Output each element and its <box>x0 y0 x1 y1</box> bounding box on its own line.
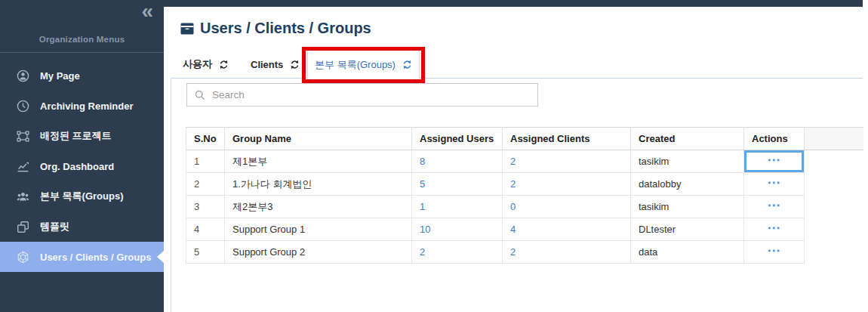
sidebar: « Organization Menus My Page 배정된 프로젝트 Ar… <box>0 0 164 312</box>
assigned-clients-cell: 2 <box>503 241 631 264</box>
sidebar-item-label: Users / Clients / Groups <box>40 252 151 263</box>
page-title: Users / Clients / Groups <box>200 20 371 37</box>
assigned-users-link[interactable]: 8 <box>420 156 425 167</box>
actions-cell[interactable]: ⋯ <box>744 173 805 196</box>
sidebar-item-org-dashboard[interactable]: Org. Dashboard <box>0 151 164 181</box>
actions-ellipsis-button[interactable]: ⋯ <box>768 199 781 212</box>
column-header: Assigned Users <box>412 128 503 150</box>
actions-cell[interactable]: ⋯ <box>744 241 805 264</box>
sno-cell: 3 <box>186 196 225 218</box>
users-icon <box>17 190 29 203</box>
sidebar-item-label: 본부 목록(Groups) <box>40 190 124 203</box>
sno-cell: 1 <box>186 150 225 173</box>
sidebar-item-label: 배정된 프로젝트 <box>40 129 112 143</box>
column-header: Group Name <box>225 128 412 150</box>
group-name-cell: 1.가나다 회계법인 <box>225 173 412 196</box>
sidebar-item-my-page[interactable]: My Page <box>0 60 164 91</box>
filler-cell <box>805 218 863 241</box>
assigned-clients-cell: 4 <box>503 218 631 241</box>
clone-icon <box>17 221 29 233</box>
table-row: 5Support Group 222data⋯ <box>186 241 863 264</box>
sno-cell: 4 <box>186 218 225 241</box>
table-row: 3제2본부310tasikim⋯ <box>186 196 863 218</box>
panel-left-border <box>171 78 171 312</box>
table-header-row: S.NoGroup NameAssigned UsersAssigned Cli… <box>186 128 863 150</box>
object-group-icon <box>17 130 29 143</box>
archive-box-icon <box>180 23 194 35</box>
search-box[interactable] <box>186 83 538 107</box>
assigned-clients-link[interactable]: 2 <box>510 156 516 167</box>
sidebar-item-assigned-projects[interactable]: 배정된 프로젝트 <box>0 121 164 151</box>
sno-cell: 2 <box>186 173 225 196</box>
column-header: Actions <box>744 128 805 150</box>
clock-icon <box>17 100 29 113</box>
actions-cell[interactable]: ⋯ <box>744 196 805 218</box>
sidebar-menu: My Page 배정된 프로젝트 Archiving Reminder 배정된 … <box>0 60 164 272</box>
assigned-users-link[interactable]: 5 <box>420 178 425 190</box>
sidebar-collapse-icon[interactable]: « <box>141 0 153 24</box>
created-cell: tasikim <box>631 196 744 218</box>
chart-line-icon <box>17 160 29 173</box>
table-row: 21.가나다 회계법인52datalobby⋯ <box>186 173 863 196</box>
assigned-clients-link[interactable]: 2 <box>510 178 516 190</box>
column-header: Created <box>631 128 744 150</box>
assigned-clients-link[interactable]: 4 <box>510 224 516 235</box>
sidebar-item-label: Archiving Reminder <box>40 100 134 112</box>
assigned-users-cell: 10 <box>412 218 503 241</box>
refresh-icon[interactable] <box>219 60 229 70</box>
tab-clients[interactable]: Clients <box>251 51 300 78</box>
actions-cell[interactable]: ⋯ <box>744 218 805 241</box>
tab-label: 본부 목록(Groups) <box>315 58 396 72</box>
tab-groups-active[interactable]: 본부 목록(Groups) <box>307 50 420 79</box>
tab-users[interactable]: 사용자 <box>183 51 229 78</box>
filler-cell <box>805 196 863 218</box>
sidebar-divider <box>0 52 164 53</box>
column-header-filler <box>805 128 863 150</box>
sno-cell: 5 <box>186 241 225 264</box>
filler-cell <box>805 150 863 173</box>
sidebar-item-label: Org. Dashboard <box>40 161 114 172</box>
created-cell: datalobby <box>631 173 744 196</box>
sidebar-item-templates[interactable]: 템플릿 <box>0 212 164 242</box>
sidebar-item-users-clients-groups[interactable]: Users / Clients / Groups <box>0 242 164 272</box>
created-cell: tasikim <box>631 150 744 173</box>
assigned-users-link[interactable]: 10 <box>420 224 430 235</box>
assigned-users-link[interactable]: 2 <box>420 246 425 258</box>
column-header: Assigned Clients <box>503 128 631 150</box>
assigned-clients-cell: 0 <box>503 196 631 218</box>
group-name-cell: Support Group 2 <box>225 241 412 264</box>
sidebar-item-label: 템플릿 <box>40 220 69 233</box>
actions-ellipsis-button[interactable]: ⋯ <box>768 244 781 257</box>
search-icon <box>195 90 205 100</box>
sidebar-item-archiving-reminder[interactable]: 배정된 프로젝트 Archiving Reminder <box>0 91 164 121</box>
refresh-icon[interactable] <box>402 60 412 70</box>
column-header: S.No <box>186 128 225 150</box>
assigned-users-cell: 2 <box>412 241 503 264</box>
assigned-clients-link[interactable]: 2 <box>510 246 516 258</box>
actions-ellipsis-button[interactable]: ⋯ <box>768 153 781 166</box>
sidebar-item-groups-list[interactable]: 본부 목록(Groups) <box>0 181 164 212</box>
assigned-users-link[interactable]: 1 <box>420 201 425 212</box>
assigned-users-cell: 1 <box>412 196 503 218</box>
actions-ellipsis-button[interactable]: ⋯ <box>768 221 781 234</box>
actions-cell[interactable]: ⋯ <box>744 150 805 173</box>
assigned-users-cell: 5 <box>412 173 503 196</box>
groups-table-wrap: S.NoGroup NameAssigned UsersAssigned Cli… <box>186 127 863 264</box>
user-circle-icon <box>17 70 29 82</box>
sidebar-item-label: My Page <box>40 70 80 82</box>
actions-ellipsis-button[interactable]: ⋯ <box>768 176 781 189</box>
refresh-icon[interactable] <box>290 60 300 70</box>
filler-cell <box>805 173 863 196</box>
group-name-cell: Support Group 1 <box>225 218 412 241</box>
tab-label: 사용자 <box>183 57 212 71</box>
groups-table: S.NoGroup NameAssigned UsersAssigned Cli… <box>186 127 863 264</box>
tab-label: Clients <box>251 59 283 70</box>
assigned-clients-link[interactable]: 0 <box>510 201 516 212</box>
created-cell: data <box>631 241 744 264</box>
search-input[interactable] <box>212 89 530 100</box>
sidebar-section-label: Organization Menus <box>0 35 164 44</box>
table-row: 1제1본부82tasikim⋯ <box>186 150 863 173</box>
assigned-clients-cell: 2 <box>503 150 631 173</box>
assigned-clients-cell: 2 <box>503 173 631 196</box>
group-name-cell: 제2본부3 <box>225 196 412 218</box>
